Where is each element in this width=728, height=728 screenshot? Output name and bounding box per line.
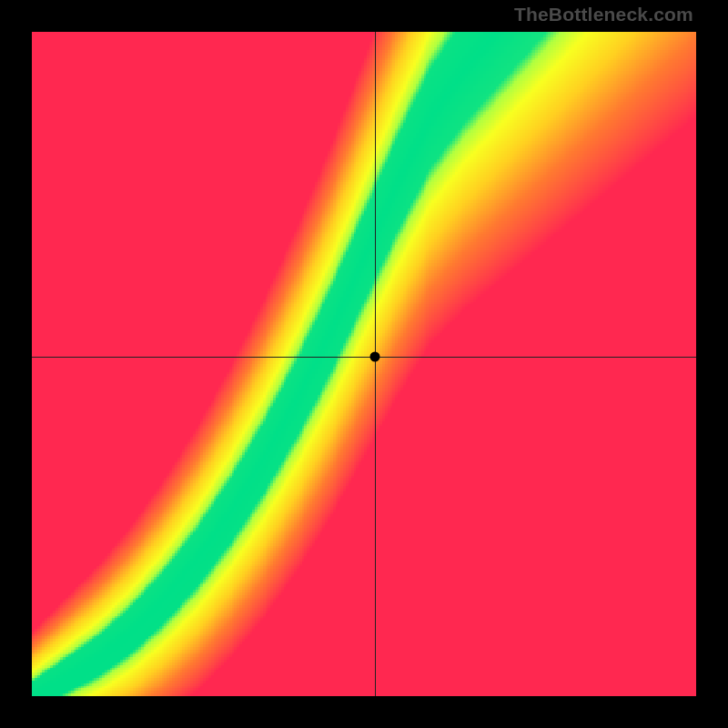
crosshair-vertical: [375, 32, 376, 696]
crosshair-horizontal: [32, 357, 696, 358]
watermark-text: TheBottleneck.com: [514, 4, 693, 25]
crosshair-marker: [370, 351, 380, 361]
chart-frame: TheBottleneck.com: [0, 0, 728, 728]
heatmap-canvas: [32, 32, 696, 696]
